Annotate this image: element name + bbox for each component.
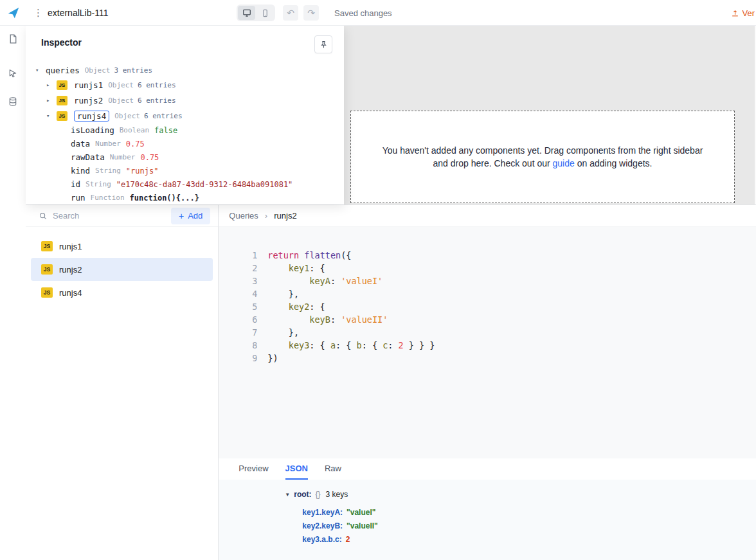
tree-row-runjs4[interactable]: ▾ JS runjs4 Object 6 entries xyxy=(35,108,344,123)
code-line[interactable]: 8 key3: { a: { b: { c: 2 } } } xyxy=(240,339,756,352)
tree-count: 3 entries xyxy=(114,66,152,75)
json-root-row: ▼ root: {} 3 keys xyxy=(285,489,743,500)
code-line[interactable]: 3 keyA: 'valueI' xyxy=(240,275,756,287)
query-item-label: runjs1 xyxy=(59,242,82,251)
code-line[interactable]: 6 keyB: 'valueII' xyxy=(240,313,756,326)
code-text: }, xyxy=(267,287,299,300)
app-logo-icon[interactable] xyxy=(6,6,21,23)
pages-nav-button[interactable] xyxy=(0,26,26,51)
code-line[interactable]: 9}) xyxy=(240,352,756,365)
tree-count: 6 entries xyxy=(144,112,183,120)
app-menu-kebab-icon[interactable]: ⋮ xyxy=(33,0,43,26)
query-item-label: runjs2 xyxy=(59,265,82,275)
tree-type: Number xyxy=(95,140,121,148)
code-line[interactable]: 1return flatten({ xyxy=(240,249,756,262)
query-list-header: + Add xyxy=(26,205,218,227)
tree-value: function(){...} xyxy=(130,194,199,203)
code-editor[interactable]: 1return flatten({2 key1: {3 keyA: 'value… xyxy=(219,227,756,458)
line-number: 6 xyxy=(240,313,257,326)
line-number: 7 xyxy=(240,326,257,339)
tree-type: String xyxy=(86,180,111,188)
select-widget-nav-button[interactable] xyxy=(0,60,26,86)
undo-button[interactable]: ↶ xyxy=(283,5,298,21)
app-window: ⋮ externalLib-111 ↶ ↷ Saved changes Ver xyxy=(0,0,756,560)
inspector-tree: ▾ queries Object 3 entries ▸ JS runjs1 O… xyxy=(26,58,344,204)
chevron-down-icon[interactable]: ▾ xyxy=(35,67,46,73)
add-query-button[interactable]: + Add xyxy=(171,208,210,224)
json-entry: key3.a.b.c: 2 xyxy=(285,535,743,544)
js-icon: JS xyxy=(57,111,68,121)
search-input[interactable] xyxy=(53,211,166,221)
code-line[interactable]: 7 }, xyxy=(240,326,756,339)
tree-type: Object xyxy=(85,66,111,75)
add-label: Add xyxy=(188,211,203,221)
tab-raw[interactable]: Raw xyxy=(325,458,341,480)
tree-type: String xyxy=(95,167,121,175)
response-tabs: Preview JSON Raw xyxy=(219,458,756,480)
tree-value: 0.75 xyxy=(140,153,159,162)
json-root-key: root: xyxy=(294,490,311,499)
tree-key: data xyxy=(71,139,90,149)
tree-count: 6 entries xyxy=(138,96,176,105)
mobile-view-button[interactable] xyxy=(256,6,274,20)
data-nav-button[interactable] xyxy=(0,89,26,114)
code-text: key2: { xyxy=(267,300,325,313)
json-entry-value: 2 xyxy=(346,535,350,544)
breadcrumb-queries[interactable]: Queries xyxy=(229,211,258,221)
chevron-down-icon[interactable]: ▾ xyxy=(46,113,57,119)
tree-count: 6 entries xyxy=(138,81,176,89)
query-list-item-runjs1[interactable]: JS runjs1 xyxy=(31,235,213,258)
tree-key: isLoading xyxy=(71,125,114,135)
query-list-item-runjs2[interactable]: JS runjs2 xyxy=(31,258,213,281)
tree-key: runjs2 xyxy=(74,96,103,105)
device-toggle-group xyxy=(237,5,275,21)
unpin-button[interactable] xyxy=(314,35,332,53)
code-line[interactable]: 2 key1: { xyxy=(240,262,756,275)
tree-type: Number xyxy=(110,153,136,161)
chevron-right-icon[interactable]: ▸ xyxy=(46,82,57,88)
query-item-label: runjs4 xyxy=(59,288,82,298)
tree-row-runjs1[interactable]: ▸ JS runjs1 Object 6 entries xyxy=(35,77,344,93)
breadcrumb-current[interactable]: runjs2 xyxy=(274,211,296,221)
tree-value: 0.75 xyxy=(126,140,145,149)
desktop-view-button[interactable] xyxy=(238,6,255,20)
json-entry-key: key3.a.b.c: xyxy=(302,535,341,544)
chevron-right-icon[interactable]: ▸ xyxy=(46,97,57,104)
code-line[interactable]: 4 }, xyxy=(240,287,756,300)
query-list-item-runjs4[interactable]: JS runjs4 xyxy=(31,281,213,304)
tree-row-runjs2[interactable]: ▸ JS runjs2 Object 6 entries xyxy=(35,93,344,108)
query-list: JS runjs1 JS runjs2 JS runjs4 xyxy=(26,227,218,304)
app-title[interactable]: externalLib-111 xyxy=(48,0,108,26)
tree-value: "runjs" xyxy=(126,167,159,176)
redo-button[interactable]: ↷ xyxy=(303,5,319,21)
code-text: }) xyxy=(267,352,278,365)
inspector-title: Inspector xyxy=(41,37,82,48)
empty-canvas-drop-zone[interactable]: You haven't added any components yet. Dr… xyxy=(350,111,735,203)
js-icon: JS xyxy=(41,287,53,298)
js-icon: JS xyxy=(57,96,68,105)
tree-type: Object xyxy=(114,112,140,120)
code-text: key1: { xyxy=(267,262,325,275)
tab-json[interactable]: JSON xyxy=(285,458,308,480)
tree-value: "e170c48c-da87-43dd-9312-6484ba091081" xyxy=(116,180,293,189)
plus-icon: + xyxy=(179,212,184,221)
code-line[interactable]: 5 key2: { xyxy=(240,300,756,313)
database-icon xyxy=(8,96,18,107)
code-text: }, xyxy=(267,326,299,339)
tab-preview[interactable]: Preview xyxy=(239,458,268,480)
tree-row-queries[interactable]: ▾ queries Object 3 entries xyxy=(35,63,344,77)
tree-key: queries xyxy=(46,66,80,75)
pin-icon xyxy=(320,41,328,49)
tree-type: Object xyxy=(108,81,134,89)
tree-row-id: id String "e170c48c-da87-43dd-9312-6484b… xyxy=(35,177,344,191)
json-root-count: 3 keys xyxy=(326,490,348,499)
tree-key: kind xyxy=(71,166,90,176)
query-list-panel: + Add JS runjs1 JS runjs2 xyxy=(26,205,219,560)
triangle-down-icon[interactable]: ▼ xyxy=(285,492,290,498)
version-button[interactable]: Ver xyxy=(731,0,755,26)
phone-icon xyxy=(261,9,269,17)
query-editor-panel: Queries › runjs2 1return flatten({2 key1… xyxy=(219,205,756,560)
line-number: 9 xyxy=(240,352,257,365)
tree-key: runjs1 xyxy=(74,80,103,90)
guide-link[interactable]: guide xyxy=(553,158,575,168)
